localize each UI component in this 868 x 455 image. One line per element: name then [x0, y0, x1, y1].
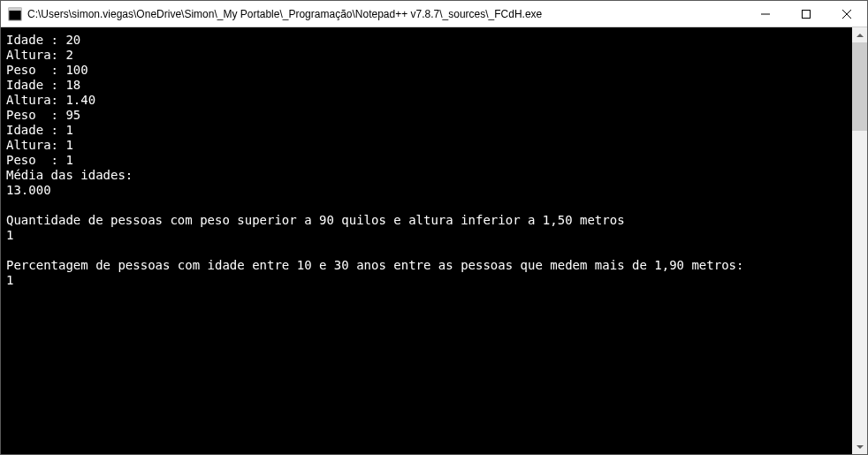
scroll-down-button[interactable] — [852, 439, 867, 454]
window-controls — [745, 1, 867, 27]
quant-label: Quantidade de pessoas com peso superior … — [6, 213, 625, 227]
entry-idade: Idade : 20 — [6, 33, 80, 47]
entry-peso: Peso : 100 — [6, 63, 88, 77]
close-button[interactable] — [826, 1, 867, 27]
perc-value: 1 — [6, 273, 13, 287]
scroll-up-button[interactable] — [852, 27, 867, 42]
minimize-icon — [761, 10, 770, 19]
entry-altura: Altura: 1.40 — [6, 93, 95, 107]
app-icon — [8, 7, 22, 21]
svg-marker-7 — [857, 445, 864, 449]
entry-idade: Idade : 18 — [6, 78, 80, 92]
quant-value: 1 — [6, 228, 13, 242]
perc-label: Percentagem de pessoas com idade entre 1… — [6, 258, 743, 272]
maximize-button[interactable] — [786, 1, 826, 27]
media-value: 13.000 — [6, 183, 51, 197]
media-label: Média das idades: — [6, 168, 133, 182]
close-icon — [842, 10, 851, 19]
entry-peso: Peso : 95 — [6, 108, 80, 122]
entry-altura: Altura: 1 — [6, 138, 73, 152]
chevron-up-icon — [857, 32, 864, 39]
minimize-button[interactable] — [745, 1, 786, 27]
vertical-scrollbar[interactable] — [852, 27, 867, 454]
entry-idade: Idade : 1 — [6, 123, 73, 137]
scrollbar-thumb[interactable] — [852, 42, 867, 131]
svg-rect-1 — [9, 8, 21, 11]
content-area: Idade : 20 Altura: 2 Peso : 100 Idade : … — [1, 27, 867, 454]
chevron-down-icon — [857, 444, 864, 451]
svg-rect-3 — [803, 10, 811, 18]
console-output: Idade : 20 Altura: 2 Peso : 100 Idade : … — [1, 27, 852, 454]
console-window: C:\Users\simon.viegas\OneDrive\Simon\_My… — [0, 0, 868, 455]
titlebar[interactable]: C:\Users\simon.viegas\OneDrive\Simon\_My… — [1, 1, 867, 27]
window-title: C:\Users\simon.viegas\OneDrive\Simon\_My… — [27, 8, 745, 20]
svg-marker-6 — [857, 34, 864, 37]
maximize-icon — [802, 10, 811, 19]
entry-peso: Peso : 1 — [6, 153, 73, 167]
entry-altura: Altura: 2 — [6, 48, 73, 62]
